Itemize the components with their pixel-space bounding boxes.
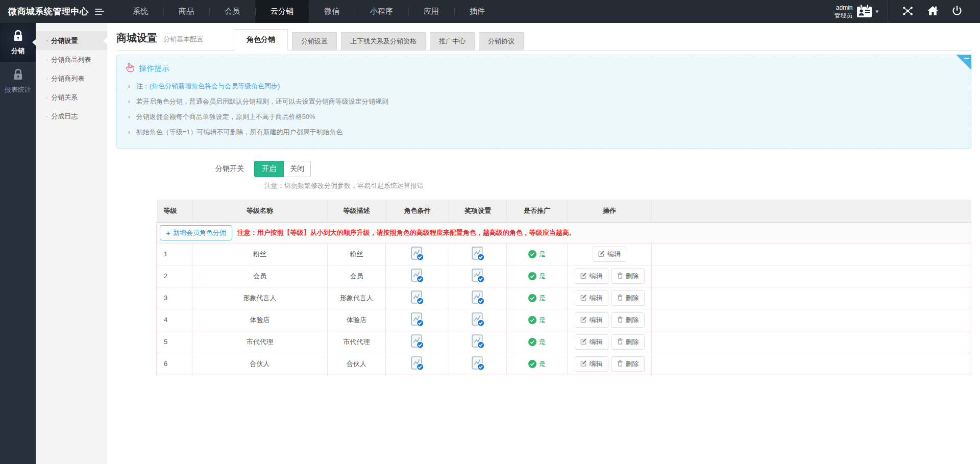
topnav-item-应用[interactable]: 应用 (408, 0, 454, 23)
delete-button[interactable]: 删除 (611, 312, 645, 328)
role-condition-edit-icon[interactable] (410, 311, 424, 329)
table-warning: 注意：用户按照【等级】从小到大的顺序升级，请按照角色的高级程度来配置角色，越高级… (237, 228, 576, 237)
plus-icon: + (166, 230, 170, 236)
hamburger-menu-icon[interactable] (91, 0, 108, 23)
role-condition-edit-icon[interactable] (410, 355, 424, 373)
cell-level-desc: 市代代理 (328, 331, 386, 353)
cell-role-condition (386, 309, 449, 331)
switch-note: 注意：切勿频繁修改分佣参数，容易引起系统运算报错 (264, 181, 971, 190)
topnav-item-微信[interactable]: 微信 (309, 0, 355, 23)
edit-button[interactable]: 编辑 (575, 290, 608, 306)
cell-level: 1 (157, 243, 192, 265)
shortcuts-button[interactable] (895, 5, 920, 19)
cell-empty (652, 243, 971, 265)
trash-icon (617, 272, 623, 280)
edit-button[interactable]: 编辑 (575, 356, 608, 372)
topnav-item-小程序[interactable]: 小程序 (355, 0, 408, 23)
arrow-marker-icon: › (128, 129, 130, 136)
cell-prize-setting (449, 309, 507, 331)
arrow-marker-icon: › (128, 98, 130, 105)
pencil-square-icon (580, 316, 587, 324)
table-row: 1 粉丝 粉丝 (157, 243, 971, 265)
table-header-cell: 操作 (568, 200, 652, 223)
tips-list: › 注：(角色分销新增角色将会与会员等级角色同步) › 若开启角色分销，普通会员… (125, 79, 963, 140)
edit-button[interactable]: 编辑 (575, 312, 608, 328)
lock-icon (11, 68, 25, 83)
rail-item-分销[interactable]: 分销 (0, 23, 36, 62)
tab-分销协议[interactable]: 分销协议 (479, 32, 524, 51)
sidebar-item-分成日志[interactable]: 分成日志 (36, 107, 107, 126)
lock-icon (11, 29, 25, 44)
cell-level-name: 体验店 (192, 309, 328, 331)
table-header-cell: 是否推广 (507, 200, 568, 223)
cell-operations: 编辑 (568, 243, 652, 265)
tab-bar: 角色分销分销设置上下线关系及分销资格推广中心分销协议 (230, 29, 524, 50)
cell-level-desc: 合伙人 (328, 353, 386, 375)
delete-button[interactable]: 删除 (611, 268, 645, 284)
edit-button[interactable]: 编辑 (593, 247, 626, 262)
active-notch (32, 39, 36, 45)
delete-button[interactable]: 删除 (611, 334, 645, 350)
logout-button[interactable] (945, 5, 969, 18)
chevron-down-icon: ▾ (875, 8, 878, 15)
topnav-item-云分销[interactable]: 云分销 (255, 0, 309, 23)
edit-button[interactable]: 编辑 (575, 268, 608, 284)
edit-button[interactable]: 编辑 (575, 334, 608, 350)
prize-setting-edit-icon[interactable] (471, 333, 485, 351)
role-condition-edit-icon[interactable] (410, 267, 424, 285)
prize-setting-edit-icon[interactable] (471, 355, 485, 373)
tab-分销设置[interactable]: 分销设置 (292, 32, 337, 51)
tab-上下线关系及分销资格[interactable]: 上下线关系及分销资格 (341, 32, 426, 51)
table-row: 6 合伙人 合伙人 (157, 353, 971, 375)
sidebar-item-分销商列表[interactable]: 分销商列表 (36, 69, 107, 88)
rail-item-报表统计[interactable]: 报表统计 (0, 62, 36, 101)
cell-level-name: 形象代言人 (192, 287, 328, 309)
pencil-square-icon (580, 338, 587, 346)
pencil-square-icon (598, 250, 605, 258)
cell-empty (652, 265, 971, 287)
table-row: 3 形象代言人 形象代言人 (157, 287, 971, 309)
sidebar-item-分销商品列表[interactable]: 分销商品列表 (36, 50, 107, 69)
topnav-item-插件[interactable]: 插件 (454, 0, 500, 23)
delete-button[interactable]: 删除 (611, 290, 645, 306)
role-condition-edit-icon[interactable] (410, 289, 424, 307)
prize-setting-edit-icon[interactable] (471, 311, 485, 329)
trash-icon (617, 338, 623, 346)
cell-level: 4 (157, 309, 192, 331)
tip-item: › 注：(角色分销新增角色将会与会员等级角色同步) (125, 79, 963, 94)
tab-推广中心[interactable]: 推广中心 (430, 32, 475, 51)
topbar-right: admin 管理员 ▾ (834, 0, 980, 23)
topnav-item-系统[interactable]: 系统 (117, 0, 163, 23)
cell-role-condition (386, 265, 449, 287)
role-condition-edit-icon[interactable] (410, 246, 424, 263)
main-content: 商城设置 分销基本配置 角色分销分销设置上下线关系及分销资格推广中心分销协议 操… (107, 23, 980, 464)
prize-setting-edit-icon[interactable] (471, 267, 485, 285)
cell-operations: 编辑 删除 (568, 265, 652, 287)
delete-button[interactable]: 删除 (611, 356, 645, 372)
trash-icon (617, 294, 623, 302)
distribution-switch: 开启 关闭 (254, 161, 311, 177)
cell-level-desc: 会员 (328, 265, 386, 287)
collapse-tips-button[interactable] (956, 55, 971, 70)
sidebar-item-分销设置[interactable]: 分销设置 (36, 31, 107, 50)
switch-off-button[interactable]: 关闭 (284, 161, 311, 177)
module-rail: 分销 报表统计 (0, 23, 36, 464)
cell-prize-setting (449, 331, 507, 353)
add-role-button[interactable]: + 新增会员角色分佣 (160, 225, 232, 240)
user-menu[interactable]: admin 管理员 ▾ (834, 4, 880, 19)
divider (888, 0, 888, 23)
cell-level: 2 (157, 265, 192, 287)
prize-setting-edit-icon[interactable] (471, 246, 485, 263)
distribution-switch-row: 分销开关 开启 关闭 (116, 161, 971, 177)
prize-setting-edit-icon[interactable] (471, 289, 485, 307)
role-condition-edit-icon[interactable] (410, 333, 424, 351)
topnav-item-商品[interactable]: 商品 (163, 0, 209, 23)
sidebar-item-分销关系[interactable]: 分销关系 (36, 88, 107, 107)
tab-角色分销[interactable]: 角色分销 (234, 29, 288, 51)
cell-level-name: 粉丝 (192, 243, 328, 265)
home-button[interactable] (920, 5, 945, 18)
page-header: 商城设置 分销基本配置 角色分销分销设置上下线关系及分销资格推广中心分销协议 (116, 29, 971, 51)
topnav-item-会员[interactable]: 会员 (209, 0, 255, 23)
pencil-square-icon (580, 294, 587, 302)
switch-on-button[interactable]: 开启 (254, 161, 284, 177)
